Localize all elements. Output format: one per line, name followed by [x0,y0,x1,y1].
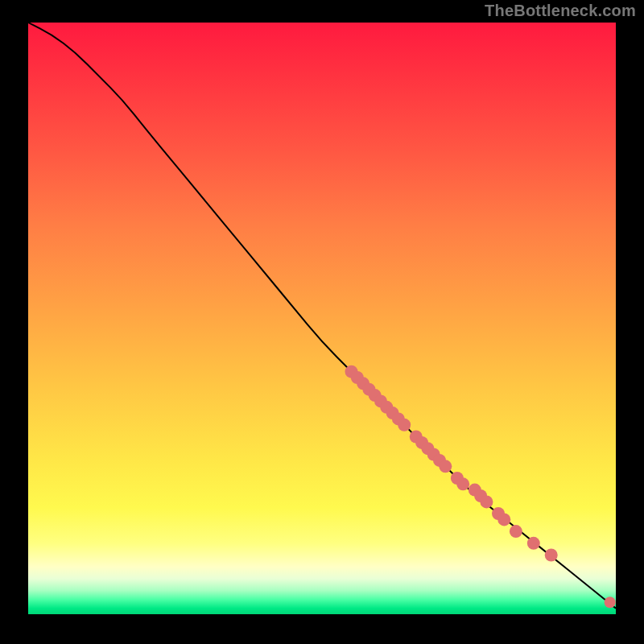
chart-svg [28,23,616,614]
scatter-points [345,365,616,609]
curve-line [28,23,616,609]
data-point [545,549,558,562]
data-point [439,460,452,473]
data-point [456,477,469,490]
data-point [510,525,522,538]
data-point [480,495,493,508]
chart-frame: TheBottleneck.com [0,0,644,644]
data-point [398,419,411,431]
data-point [497,513,510,526]
data-point [605,597,616,608]
data-point [527,537,540,550]
plot-area [28,23,616,614]
watermark-text: TheBottleneck.com [485,2,636,20]
